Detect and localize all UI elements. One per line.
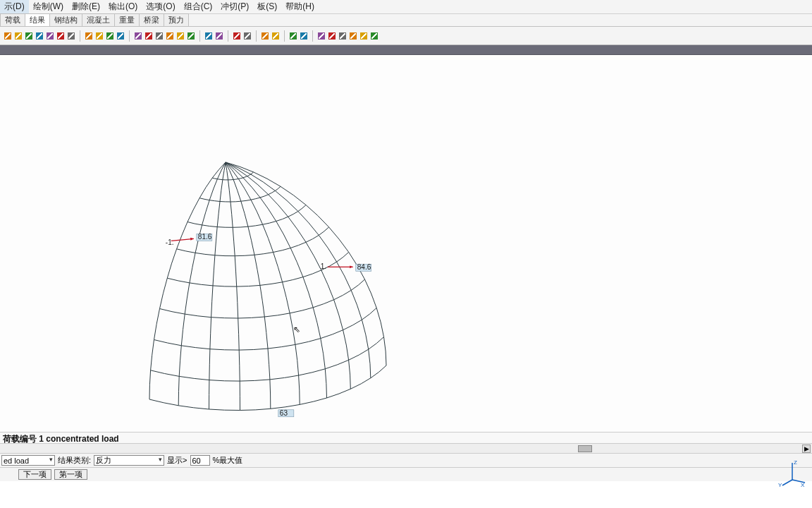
tool-5-button[interactable] [45,31,55,41]
tool-5-icon [47,32,54,40]
h-scrollbar[interactable]: ▶ [0,443,812,453]
tool-2-button[interactable] [13,31,23,41]
tool-3-button[interactable] [24,31,34,41]
tool-9-button[interactable] [94,31,104,41]
tool-12-icon [135,32,142,40]
tab-concrete[interactable]: 混凝土 [82,13,115,26]
tool-20-button[interactable] [232,31,242,41]
tool-16-button[interactable] [176,31,185,41]
tool-26-icon [318,32,325,40]
svg-text:X: X [801,482,805,487]
tool-1-icon [4,32,11,40]
display-percent-input[interactable]: 60 [190,455,210,466]
toolbar-separator [80,30,80,42]
tool-9-icon [96,32,103,40]
tool-4-button[interactable] [35,31,44,41]
tool-23-button[interactable] [271,31,281,41]
menu-display[interactable]: 示(D) [0,0,29,14]
tool-8-button[interactable] [84,31,94,41]
tool-4-icon [36,32,43,40]
tab-steel[interactable]: 钢结构 [49,13,82,26]
load-select[interactable]: ed load [1,455,55,466]
tab-prestress[interactable]: 预力 [164,13,189,26]
toolbar-separator [312,30,313,42]
tool-7-button[interactable] [66,31,76,41]
svg-text:Y: Y [778,482,782,487]
node-label: 84.6 [357,263,371,271]
tab-bridge[interactable]: 桥梁 [139,13,164,26]
load-arrow-icon [171,238,194,241]
tool-11-button[interactable] [116,31,125,41]
tool-21-button[interactable] [242,31,252,41]
tool-6-icon [57,32,64,40]
tool-12-button[interactable] [133,31,143,41]
nav-button-row: 下一项 第一项 [0,467,812,481]
tool-14-icon [156,32,163,40]
control-bar: ed load 结果类别: 反力 显示> 60 %最大值 [0,453,812,467]
axis-indicator-icon: Z X Y [778,459,806,487]
toolbar-separator [199,30,200,42]
tab-bar: 荷载 结果 钢结构 混凝土 重量 桥梁 预力 [0,14,812,27]
tool-30-button[interactable] [359,31,369,41]
tool-15-button[interactable] [165,31,175,41]
scroll-right-arrow-icon[interactable]: ▶ [802,445,811,453]
tool-29-button[interactable] [348,31,358,41]
tool-17-button[interactable] [186,31,196,41]
tool-24-button[interactable] [288,31,298,41]
status-text: 荷载编号 1 concentrated load [0,432,812,443]
menu-combine[interactable]: 组合(C) [180,0,217,14]
tool-28-button[interactable] [338,31,347,41]
menu-punch[interactable]: 冲切(P) [216,0,253,14]
menu-delete[interactable]: 删除(E) [68,0,104,14]
tool-28-icon [339,32,346,40]
model-viewport[interactable]: 1.84.6-1.81.663 ⇖ [0,55,812,432]
tool-6-button[interactable] [56,31,66,41]
tool-29-icon [350,32,357,40]
tool-14-button[interactable] [154,31,164,41]
tool-26-button[interactable] [316,31,326,41]
tool-22-button[interactable] [260,31,270,41]
tool-31-button[interactable] [369,31,379,41]
tool-30-icon [360,32,367,40]
menu-options[interactable]: 选项(O) [142,0,179,14]
tool-22-icon [262,32,269,40]
tab-weight[interactable]: 重量 [114,13,140,26]
result-type-label: 结果类别: [58,455,91,466]
tool-19-button[interactable] [214,31,224,41]
first-button[interactable]: 第一项 [54,469,87,480]
tool-27-icon [328,32,336,40]
tab-result[interactable]: 结果 [25,13,50,26]
tool-1-button[interactable] [3,31,13,41]
tool-15-icon [166,32,173,40]
tool-17-icon [187,32,195,40]
tool-27-button[interactable] [327,31,337,41]
result-type-select[interactable]: 反力 [94,455,164,466]
tool-25-icon [300,32,307,40]
tool-10-icon [106,32,113,40]
display-label: 显示> [167,455,187,466]
tool-31-icon [371,32,378,40]
tool-10-button[interactable] [105,31,115,41]
tool-16-icon [177,32,184,40]
menu-help[interactable]: 帮助(H) [281,0,319,14]
tab-load[interactable]: 荷载 [0,13,25,26]
toolbar [0,27,812,45]
scroll-thumb[interactable] [578,445,592,452]
node-label: 81.6 [198,233,212,241]
tool-11-icon [117,32,124,40]
menu-bar: 示(D) 绘制(W) 删除(E) 输出(O) 选项(O) 组合(C) 冲切(P)… [0,0,812,14]
menu-draw[interactable]: 绘制(W) [29,0,68,14]
tool-13-icon [145,32,152,40]
tool-25-button[interactable] [299,31,309,41]
toolbar-separator [256,30,257,42]
tool-13-button[interactable] [144,31,154,41]
load-number-label: -1. [166,238,174,246]
next-button[interactable]: 下一项 [18,469,51,480]
menu-output[interactable]: 输出(O) [104,0,142,14]
tool-19-icon [216,32,223,40]
tool-21-icon [244,32,251,40]
tool-18-button[interactable] [204,31,214,41]
svg-text:Z: Z [794,459,797,466]
tool-3-icon [25,32,32,40]
menu-plate[interactable]: 板(S) [253,0,281,14]
